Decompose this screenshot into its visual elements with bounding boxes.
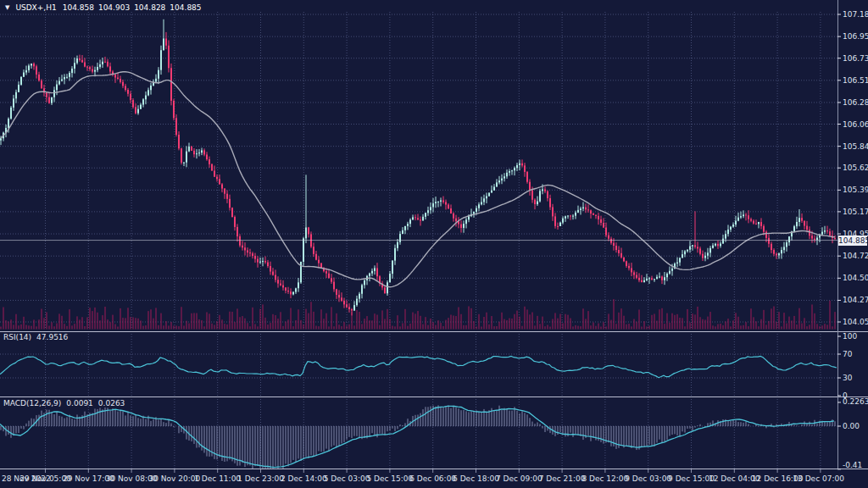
svg-text:0.00: 0.00 bbox=[843, 422, 860, 430]
macd-name: MACD(12,26,9) bbox=[3, 399, 61, 408]
svg-text:1 Dec 23:00: 1 Dec 23:00 bbox=[237, 474, 284, 483]
svg-text:105.840: 105.840 bbox=[843, 142, 868, 151]
svg-text:70: 70 bbox=[843, 350, 853, 358]
low-value: 104.828 bbox=[134, 3, 165, 12]
svg-text:5 Dec 03:00: 5 Dec 03:00 bbox=[324, 474, 370, 483]
svg-text:13 Dec 07:00: 13 Dec 07:00 bbox=[793, 474, 844, 483]
svg-text:7 Dec 21:00: 7 Dec 21:00 bbox=[539, 474, 586, 483]
svg-text:1 Dec 11:00: 1 Dec 11:00 bbox=[194, 474, 241, 483]
panel-separators bbox=[0, 0, 868, 469]
svg-text:104.725: 104.725 bbox=[843, 252, 868, 260]
close-value: 104.885 bbox=[170, 3, 201, 12]
collapse-icon[interactable]: ▼ bbox=[5, 4, 9, 11]
svg-text:0.2263: 0.2263 bbox=[843, 397, 868, 406]
candles bbox=[0, 19, 836, 316]
svg-text:104.275: 104.275 bbox=[843, 296, 868, 304]
svg-text:6 Dec 18:00: 6 Dec 18:00 bbox=[453, 474, 499, 483]
svg-text:7 Dec 09:00: 7 Dec 09:00 bbox=[496, 474, 542, 483]
high-value: 104.903 bbox=[98, 3, 130, 12]
svg-text:9 Dec 03:00: 9 Dec 03:00 bbox=[625, 474, 671, 483]
svg-text:100: 100 bbox=[843, 332, 857, 341]
svg-text:106.510: 106.510 bbox=[843, 76, 868, 85]
open-value: 104.858 bbox=[63, 3, 94, 12]
svg-text:104.500: 104.500 bbox=[843, 274, 868, 282]
svg-text:106.285: 106.285 bbox=[843, 98, 868, 107]
svg-text:106.955: 106.955 bbox=[843, 32, 868, 41]
macd-line bbox=[0, 406, 834, 467]
svg-text:6 Dec 06:00: 6 Dec 06:00 bbox=[409, 474, 456, 483]
svg-text:2 Dec 14:00: 2 Dec 14:00 bbox=[281, 474, 327, 483]
rsi-line bbox=[0, 357, 837, 378]
svg-text:105.395: 105.395 bbox=[843, 186, 868, 194]
symbol-ohlc-header: ▼ USDX+,H1 104.858 104.903 104.828 104.8… bbox=[5, 3, 202, 12]
volume-bars bbox=[1, 299, 835, 329]
svg-text:9 Dec 15:00: 9 Dec 15:00 bbox=[668, 474, 715, 483]
symbol-label: USDX+,H1 bbox=[15, 3, 56, 12]
rsi-indicator-label: RSI(14) 47.9516 bbox=[3, 333, 68, 341]
svg-text:8 Dec 12:00: 8 Dec 12:00 bbox=[581, 474, 628, 483]
svg-text:107.180: 107.180 bbox=[843, 10, 868, 19]
svg-text:104.055: 104.055 bbox=[843, 318, 868, 326]
rsi-value: 47.9516 bbox=[36, 333, 68, 341]
svg-text:106.735: 106.735 bbox=[843, 54, 868, 63]
time-axis[interactable]: 28 Nov 202229 Nov 05:0029 Nov 17:0030 No… bbox=[2, 469, 844, 483]
moving-average-line bbox=[1, 72, 835, 287]
svg-text:30: 30 bbox=[843, 374, 853, 382]
trading-chart-window: 107.180106.955106.735106.510106.285106.0… bbox=[0, 0, 868, 488]
svg-text:105.175: 105.175 bbox=[843, 208, 868, 216]
svg-text:105.620: 105.620 bbox=[843, 164, 868, 172]
chart-canvas[interactable]: 107.180106.955106.735106.510106.285106.0… bbox=[0, 0, 868, 488]
macd-indicator-label: MACD(12,26,9) 0.0091 0.0263 bbox=[3, 399, 125, 408]
svg-text:106.065: 106.065 bbox=[843, 120, 868, 129]
macd-signal-value: 0.0263 bbox=[98, 399, 125, 408]
svg-text:-0.41: -0.41 bbox=[843, 461, 862, 469]
rsi-name: RSI(14) bbox=[3, 333, 31, 341]
macd-histogram bbox=[1, 405, 835, 469]
svg-text:5 Dec 15:00: 5 Dec 15:00 bbox=[366, 474, 413, 483]
macd-main-value: 0.0091 bbox=[66, 399, 93, 408]
svg-text:30 Nov 20:00: 30 Nov 20:00 bbox=[149, 474, 201, 483]
current-price-badge: 104.885 bbox=[838, 236, 867, 246]
